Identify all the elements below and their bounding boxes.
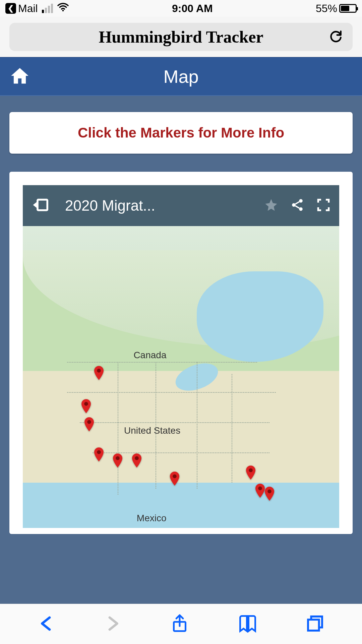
- browser-bookmarks-button[interactable]: [238, 613, 258, 635]
- battery-percent: 55%: [316, 2, 337, 15]
- chevron-left-icon: ❮: [5, 3, 16, 14]
- map-canvas[interactable]: Canada United States Mexico: [23, 226, 339, 528]
- map-label-us: United States: [124, 425, 180, 436]
- star-icon[interactable]: [264, 198, 278, 213]
- map-title: 2020 Migrat...: [65, 197, 252, 214]
- map-marker[interactable]: [113, 453, 122, 468]
- map-label-canada: Canada: [133, 350, 166, 361]
- browser-tabs-button[interactable]: [306, 614, 324, 634]
- map-marker[interactable]: [246, 466, 255, 480]
- content-area: Click the Markers for More Info 2020 Mig…: [0, 96, 362, 604]
- browser-back-button[interactable]: [38, 614, 56, 634]
- map-marker[interactable]: [94, 447, 104, 462]
- refresh-button[interactable]: [328, 29, 343, 45]
- svg-rect-1: [38, 200, 47, 210]
- map-toolbar: 2020 Migrat...: [23, 185, 339, 226]
- map-marker[interactable]: [132, 453, 141, 468]
- svg-point-13: [258, 486, 262, 490]
- svg-point-9: [116, 456, 120, 460]
- hint-text: Click the Markers for More Info: [16, 125, 346, 141]
- fullscreen-icon[interactable]: [316, 198, 330, 213]
- address-bar[interactable]: Hummingbird Tracker: [9, 23, 353, 51]
- svg-point-2: [299, 199, 303, 203]
- svg-point-7: [87, 420, 91, 424]
- browser-address-bar-area: Hummingbird Tracker: [0, 17, 362, 57]
- svg-point-8: [97, 450, 101, 454]
- svg-point-5: [97, 369, 101, 373]
- sidebar-toggle-icon[interactable]: [32, 196, 50, 215]
- browser-toolbar: [0, 604, 362, 644]
- cellular-signal-icon: [42, 4, 53, 13]
- map-marker[interactable]: [255, 484, 265, 498]
- status-right: 55%: [316, 2, 357, 15]
- svg-point-3: [292, 203, 296, 207]
- page-title: Hummingbird Tracker: [99, 27, 263, 47]
- map-marker[interactable]: [265, 487, 274, 501]
- svg-point-10: [135, 456, 139, 460]
- map-marker[interactable]: [84, 417, 94, 431]
- browser-forward-button[interactable]: [104, 614, 122, 634]
- wifi-icon: [57, 1, 69, 16]
- browser-share-button[interactable]: [170, 613, 190, 635]
- map-marker[interactable]: [81, 399, 91, 413]
- svg-point-12: [249, 468, 253, 472]
- back-to-mail-button[interactable]: ❮ Mail: [5, 2, 38, 15]
- svg-point-11: [173, 474, 177, 478]
- status-left: ❮ Mail: [5, 1, 69, 16]
- app-header: Map: [0, 57, 362, 96]
- map-label-mexico: Mexico: [137, 513, 167, 524]
- map-marker[interactable]: [170, 472, 179, 486]
- svg-point-4: [299, 207, 303, 211]
- home-button[interactable]: [9, 65, 30, 88]
- map-marker[interactable]: [94, 366, 104, 380]
- svg-rect-16: [308, 620, 319, 631]
- map-card: 2020 Migrat... Canada U: [9, 172, 353, 534]
- share-icon[interactable]: [290, 198, 304, 213]
- svg-point-6: [84, 402, 88, 406]
- back-app-label: Mail: [18, 2, 38, 15]
- svg-point-14: [267, 489, 272, 493]
- status-time: 9:00 AM: [172, 2, 213, 15]
- hint-card: Click the Markers for More Info: [9, 112, 353, 154]
- status-bar: ❮ Mail 9:00 AM 55%: [0, 0, 362, 17]
- battery-icon: [339, 4, 357, 13]
- svg-point-0: [62, 10, 64, 11]
- header-title: Map: [163, 66, 198, 87]
